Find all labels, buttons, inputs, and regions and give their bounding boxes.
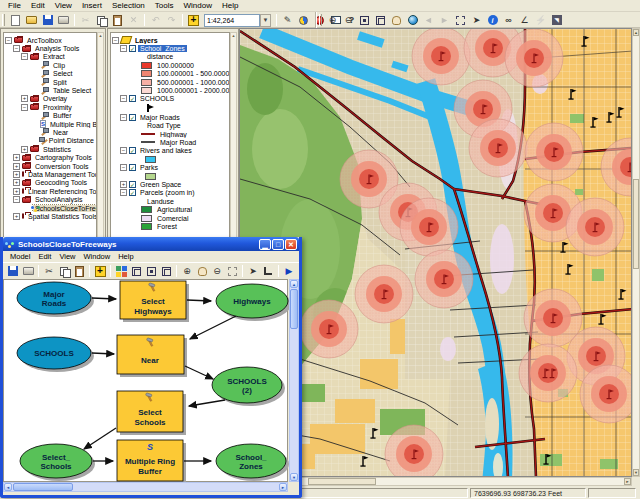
- toolbox-item-split[interactable]: Split: [4, 78, 96, 86]
- toc-layer-parcels[interactable]: −✓Parcels (zoom in): [111, 189, 229, 197]
- scroll-left-icon[interactable]: ◄: [4, 483, 12, 491]
- measure-button[interactable]: ∠: [517, 13, 532, 27]
- fixed-zoom-out-button[interactable]: [373, 13, 388, 27]
- find-button[interactable]: ∞: [501, 13, 516, 27]
- expander-icon[interactable]: +: [120, 181, 127, 188]
- model-node-multiple-ring-buffer[interactable]: S Multiple Ring Buffer: [117, 440, 183, 481]
- scroll-right-icon[interactable]: ►: [624, 478, 631, 485]
- layer-checkbox[interactable]: ✓: [129, 164, 136, 171]
- expander-icon[interactable]: −: [13, 45, 20, 52]
- toolbox-item-near[interactable]: Near: [4, 128, 96, 136]
- scroll-up-icon[interactable]: ▲: [98, 33, 103, 39]
- save-button[interactable]: [6, 264, 20, 278]
- scroll-up-icon[interactable]: ▲: [290, 280, 298, 288]
- toc-legend-agricultural[interactable]: Agricultural: [111, 205, 229, 213]
- toolbox-item-point-distance[interactable]: Point Distance: [4, 137, 96, 145]
- print-button[interactable]: [21, 264, 35, 278]
- toolbox-item-analysis-tools[interactable]: −Analysis Tools: [4, 44, 96, 52]
- legend-swatch[interactable]: [141, 62, 152, 69]
- toc-legend-class-4[interactable]: 1000.000001 - 2000.000000: [111, 86, 229, 94]
- go-forward-extent-button[interactable]: ►: [437, 13, 452, 27]
- scrollbar-thumb[interactable]: [290, 289, 298, 329]
- toc-dataframe-layers[interactable]: −Layers: [111, 36, 229, 44]
- toolbox-item-conversion-tools[interactable]: +Conversion Tools: [4, 162, 96, 170]
- scroll-up-icon[interactable]: ▲: [231, 33, 236, 39]
- expander-icon[interactable]: −: [112, 37, 119, 44]
- toolbar-grip[interactable]: [2, 14, 5, 26]
- print-button[interactable]: [56, 13, 71, 27]
- toolbox-item-spatial-statistics-tools[interactable]: +Spatial Statistics Tools: [4, 212, 96, 220]
- open-document-button[interactable]: [24, 13, 39, 27]
- toolbox-item-clip[interactable]: Clip: [4, 61, 96, 69]
- toc-legend-comercial[interactable]: Comercial: [111, 214, 229, 222]
- legend-swatch[interactable]: [141, 70, 152, 77]
- layer-checkbox[interactable]: ✓: [129, 147, 136, 154]
- toc-layer-rivers-and-lakes[interactable]: −✓Rivers and lakes: [111, 147, 229, 155]
- toc-layer-schools[interactable]: −✓SCHOOLS: [111, 95, 229, 103]
- maximize-button[interactable]: □: [272, 239, 284, 250]
- expander-icon[interactable]: +: [13, 188, 20, 195]
- color-tools-button[interactable]: [296, 13, 311, 27]
- legend-swatch[interactable]: [145, 156, 156, 163]
- zoom-out-button[interactable]: ⊖: [341, 13, 356, 27]
- menu-view[interactable]: View: [55, 252, 79, 261]
- legend-swatch[interactable]: [141, 215, 152, 222]
- zoom-box-button[interactable]: [225, 264, 239, 278]
- zoom-in-button[interactable]: ⊕: [325, 13, 340, 27]
- toc-layer-green-space[interactable]: +✓Green Space: [111, 180, 229, 188]
- layer-checkbox[interactable]: ✓: [129, 189, 136, 196]
- toolbox-item-arctoolbox[interactable]: −ArcToolbox: [4, 36, 96, 44]
- menu-help[interactable]: Help: [114, 252, 137, 261]
- toolbox-item-proximity[interactable]: −Proximity: [4, 103, 96, 111]
- model-node-schools[interactable]: SCHOOLS: [17, 337, 91, 369]
- fixed-zoom-in-button[interactable]: [144, 264, 158, 278]
- legend-swatch[interactable]: [141, 223, 152, 230]
- toolbox-item-table-select[interactable]: Table Select: [4, 86, 96, 94]
- line-symbol[interactable]: [141, 141, 155, 143]
- overview-window-button[interactable]: ◥: [549, 13, 564, 27]
- model-canvas[interactable]: Major Roads Select Highways Highways: [3, 279, 288, 482]
- scroll-down-icon[interactable]: ▼: [290, 473, 298, 481]
- resize-grip[interactable]: [289, 482, 299, 492]
- pan-button[interactable]: [389, 13, 404, 27]
- menu-edit[interactable]: Edit: [26, 1, 50, 10]
- toc-symbol-water[interactable]: [111, 155, 229, 163]
- expander-icon[interactable]: +: [13, 171, 20, 178]
- zoom-in-button[interactable]: ⊕: [180, 264, 194, 278]
- run-model-button[interactable]: ▶: [282, 264, 296, 278]
- menu-view[interactable]: View: [50, 1, 77, 10]
- toolbox-item-data-management-tools[interactable]: +Data Management Tools: [4, 170, 96, 178]
- layer-checkbox[interactable]: ✓: [129, 95, 136, 102]
- menu-edit[interactable]: Edit: [34, 252, 55, 261]
- paste-button[interactable]: [110, 13, 125, 27]
- model-horizontal-scrollbar[interactable]: ◄ ►: [3, 482, 288, 492]
- scroll-right-icon[interactable]: ►: [279, 483, 287, 491]
- menu-window[interactable]: Window: [80, 252, 115, 261]
- model-node-select-highways[interactable]: Select Highways: [120, 281, 186, 319]
- zoom-out-button[interactable]: ⊖: [210, 264, 224, 278]
- scrollbar-thumb[interactable]: [308, 478, 376, 485]
- toolbox-item-overlay[interactable]: +Overlay: [4, 95, 96, 103]
- add-data-button[interactable]: +: [93, 264, 107, 278]
- expander-icon[interactable]: +: [13, 163, 20, 170]
- toc-legend-highway[interactable]: Highway: [111, 130, 229, 138]
- model-node-select-schools[interactable]: Select Schools: [117, 391, 183, 432]
- menu-selection[interactable]: Selection: [107, 1, 150, 10]
- map-vertical-scrollbar[interactable]: ▲ ▼: [632, 28, 640, 477]
- expander-icon[interactable]: −: [120, 95, 127, 102]
- new-document-button[interactable]: [8, 13, 23, 27]
- toolbox-item-extract[interactable]: −Extract: [4, 53, 96, 61]
- toc-layer-parks[interactable]: −✓Parks: [111, 163, 229, 171]
- legend-swatch[interactable]: [145, 173, 156, 180]
- model-node-school-zones[interactable]: School_ Zones: [216, 444, 286, 478]
- scrollbar-thumb[interactable]: [633, 179, 639, 269]
- expander-icon[interactable]: +: [13, 213, 20, 220]
- copy-button[interactable]: [94, 13, 109, 27]
- layer-checkbox[interactable]: ✓: [129, 114, 136, 121]
- copy-button[interactable]: [57, 264, 71, 278]
- redo-button[interactable]: ↷: [164, 13, 179, 27]
- menu-model[interactable]: Model: [6, 252, 34, 261]
- expander-icon[interactable]: −: [120, 164, 127, 171]
- scroll-up-icon[interactable]: ▲: [633, 29, 639, 36]
- expander-icon[interactable]: −: [120, 114, 127, 121]
